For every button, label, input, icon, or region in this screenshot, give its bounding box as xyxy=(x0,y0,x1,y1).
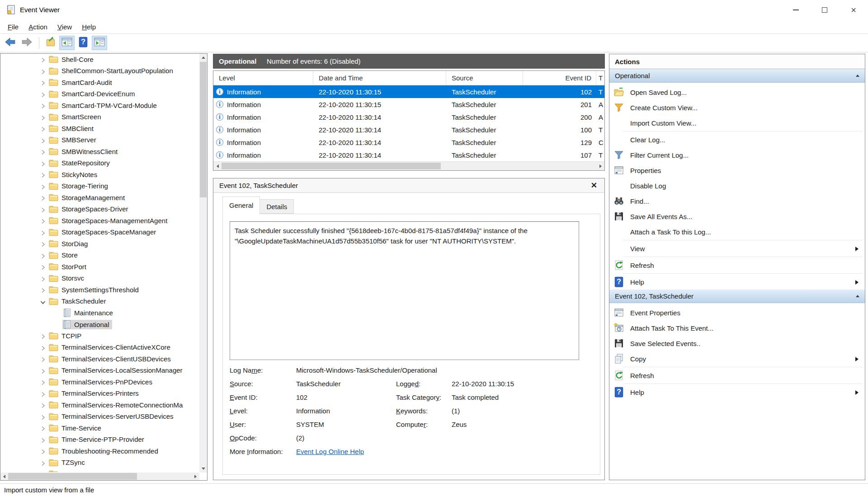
chevron-right-icon[interactable] xyxy=(39,368,47,375)
tree-hscroll-thumb[interactable] xyxy=(8,473,137,480)
chevron-right-icon[interactable] xyxy=(39,253,47,260)
toggle-action-pane-button[interactable] xyxy=(92,36,107,50)
tree-item-systemsettingsthreshold[interactable]: SystemSettingsThreshold xyxy=(1,285,199,297)
tree-item-troubleshooting-recommended[interactable]: Troubleshooting-Recommended xyxy=(1,446,199,458)
tree-item-shell-core[interactable]: Shell-Core xyxy=(1,55,199,66)
tree-item-terminalservices-localsessionmanager[interactable]: TerminalServices-LocalSessionManager xyxy=(1,366,199,378)
close-icon[interactable]: ✕ xyxy=(591,178,597,193)
action-save-all-events-as[interactable]: Save All Events As... xyxy=(609,209,865,224)
tree-item-smbclient[interactable]: SMBClient xyxy=(1,124,199,136)
tree-item-smbserver[interactable]: SMBServer xyxy=(1,136,199,147)
action-help[interactable]: ?Help xyxy=(609,384,865,400)
action-import-custom-view[interactable]: Import Custom View... xyxy=(609,115,865,131)
tab-general[interactable]: General xyxy=(222,197,260,214)
tree-item-terminalservices-clientusbdevices[interactable]: TerminalServices-ClientUSBDevices xyxy=(1,354,199,366)
chevron-right-icon[interactable] xyxy=(39,218,47,225)
action-attach-a-task-to-this-log[interactable]: Attach a Task To this Log... xyxy=(609,224,865,239)
tree-item-maintenance[interactable]: Maintenance xyxy=(1,308,199,320)
actions-section-operational[interactable]: Operational xyxy=(609,69,865,83)
scroll-right-icon[interactable] xyxy=(192,473,199,480)
action-refresh[interactable]: Refresh xyxy=(609,257,865,273)
tab-details[interactable]: Details xyxy=(260,199,294,214)
chevron-right-icon[interactable] xyxy=(39,172,47,179)
chevron-right-icon[interactable] xyxy=(39,56,47,64)
collapse-section-icon[interactable] xyxy=(856,75,859,77)
chevron-right-icon[interactable] xyxy=(39,379,47,386)
chevron-right-icon[interactable] xyxy=(39,448,47,455)
chevron-right-icon[interactable] xyxy=(39,264,47,271)
tree-item-storport[interactable]: StorPort xyxy=(1,262,199,274)
tree-vscroll-thumb[interactable] xyxy=(200,62,207,197)
close-button[interactable]: × xyxy=(839,0,868,20)
chevron-right-icon[interactable] xyxy=(39,126,47,133)
chevron-right-icon[interactable] xyxy=(39,345,47,352)
help-button[interactable]: ? xyxy=(75,36,91,50)
tree-item-smartcard-audit[interactable]: SmartCard-Audit xyxy=(1,78,199,89)
action-filter-current-log[interactable]: Filter Current Log... xyxy=(609,147,865,163)
chevron-right-icon[interactable] xyxy=(39,287,47,294)
action-attach-task-to-this-event[interactable]: Attach Task To This Event... xyxy=(609,320,865,336)
menu-item-action[interactable]: Action xyxy=(24,20,52,34)
tree-item-terminalservices-printers[interactable]: TerminalServices-Printers xyxy=(1,389,199,401)
chevron-right-icon[interactable] xyxy=(39,425,47,432)
collapse-section-icon[interactable] xyxy=(856,295,859,297)
tree-item-shellcommon-startlayoutpopulation[interactable]: ShellCommon-StartLayoutPopulation xyxy=(1,66,199,78)
tree-item-storagespaces-spacemanager[interactable]: StorageSpaces-SpaceManager xyxy=(1,228,199,239)
chevron-right-icon[interactable] xyxy=(39,437,47,444)
menu-item-file[interactable]: File xyxy=(3,20,24,34)
tree-item-terminalservices-serverusbdevices[interactable]: TerminalServices-ServerUSBDevices xyxy=(1,412,199,424)
toggle-console-tree-button[interactable] xyxy=(59,36,75,50)
tree-item-smartcard-tpm-vcard-module[interactable]: SmartCard-TPM-VCard-Module xyxy=(1,101,199,112)
tree-item-taskscheduler[interactable]: TaskScheduler xyxy=(1,297,199,309)
chevron-right-icon[interactable] xyxy=(39,356,47,363)
chevron-right-icon[interactable] xyxy=(39,241,47,248)
chevron-right-icon[interactable] xyxy=(39,183,47,191)
event-row-201[interactable]: iInformation22-10-2020 11:30:15TaskSched… xyxy=(213,98,604,111)
scroll-down-icon[interactable] xyxy=(199,465,207,473)
maximize-button[interactable] xyxy=(810,0,839,20)
tree-item-terminalservices-pnpdevices[interactable]: TerminalServices-PnPDevices xyxy=(1,377,199,389)
scroll-up-icon[interactable] xyxy=(199,54,207,61)
tree-item-smartcard-deviceenum[interactable]: SmartCard-DeviceEnum xyxy=(1,89,199,101)
minimize-button[interactable] xyxy=(781,0,810,20)
tree-horizontal-scrollbar[interactable] xyxy=(0,473,199,480)
chevron-right-icon[interactable] xyxy=(39,149,47,156)
menu-item-view[interactable]: View xyxy=(52,20,77,34)
tree-item-storsvc[interactable]: Storsvc xyxy=(1,274,199,285)
chevron-right-icon[interactable] xyxy=(39,103,47,110)
action-save-selected-events[interactable]: Save Selected Events.. xyxy=(609,336,865,351)
forward-button[interactable] xyxy=(19,36,34,50)
chevron-right-icon[interactable] xyxy=(39,333,47,340)
event-log-online-help-link[interactable]: Event Log Online Help xyxy=(296,448,364,455)
chevron-right-icon[interactable] xyxy=(39,137,47,145)
column-header-level[interactable]: Level xyxy=(213,71,313,85)
column-header-event-id[interactable]: Event ID xyxy=(523,71,596,85)
column-header-source[interactable]: Source xyxy=(446,71,523,85)
tree-item-item[interactable] xyxy=(1,469,199,472)
chevron-right-icon[interactable] xyxy=(39,460,47,467)
export-log-button[interactable] xyxy=(43,36,58,50)
column-header-date-and-time[interactable]: Date and Time xyxy=(313,71,446,85)
chevron-right-icon[interactable] xyxy=(39,276,47,283)
actions-section-event-102-taskscheduler[interactable]: Event 102, TaskScheduler xyxy=(609,290,865,303)
chevron-right-icon[interactable] xyxy=(39,114,47,122)
action-help[interactable]: ?Help xyxy=(609,274,865,290)
event-row-100[interactable]: iInformation22-10-2020 11:30:14TaskSched… xyxy=(213,123,604,136)
chevron-right-icon[interactable] xyxy=(39,91,47,98)
event-hscroll-thumb[interactable] xyxy=(222,163,441,169)
tree-item-staterepository[interactable]: StateRepository xyxy=(1,159,199,170)
action-view[interactable]: View xyxy=(609,241,865,256)
scroll-left-icon[interactable] xyxy=(0,473,8,480)
chevron-right-icon[interactable] xyxy=(39,206,47,214)
tree-item-operational[interactable]: Operational xyxy=(1,320,199,332)
tree-item-tzsync[interactable]: TZSync xyxy=(1,458,199,470)
chevron-right-icon[interactable] xyxy=(39,80,47,87)
action-refresh[interactable]: Refresh xyxy=(609,368,865,383)
action-create-custom-view[interactable]: Create Custom View... xyxy=(609,100,865,115)
tree-item-tcpip[interactable]: TCPIP xyxy=(1,331,199,343)
back-button[interactable] xyxy=(3,36,18,50)
chevron-down-icon[interactable] xyxy=(39,299,47,306)
tree-item-smbwitnessclient[interactable]: SMBWitnessClient xyxy=(1,147,199,159)
scroll-right-icon[interactable] xyxy=(596,162,604,171)
tree-item-storagespaces-managementagent[interactable]: StorageSpaces-ManagementAgent xyxy=(1,216,199,228)
